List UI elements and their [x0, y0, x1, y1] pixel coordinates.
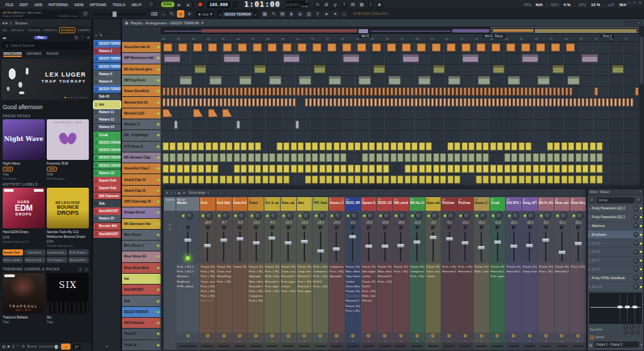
clip[interactable]: [411, 176, 418, 184]
clip[interactable]: [462, 153, 468, 161]
stereo-checkbox[interactable]: [351, 226, 355, 229]
clip[interactable]: [433, 176, 439, 184]
clip[interactable]: [521, 98, 523, 106]
clip[interactable]: [426, 165, 432, 173]
browser-tab-starred[interactable]: STARRED: [76, 28, 92, 33]
clip[interactable]: [540, 176, 546, 184]
plugin-entry[interactable]: Limiter: [426, 274, 441, 278]
plugin-entry[interactable]: Tape limiter: [346, 274, 360, 278]
clip[interactable]: [431, 87, 434, 96]
clip[interactable]: [183, 98, 186, 106]
clip[interactable]: [298, 43, 306, 51]
mixer-icon[interactable]: ≣: [296, 10, 304, 18]
heart-icon[interactable]: ♡: [16, 345, 20, 349]
clip[interactable]: [193, 109, 199, 117]
scroll-left-icon[interactable]: ‹: [78, 267, 83, 272]
strip-header[interactable]: 16PsiZone: [441, 197, 457, 211]
fader-handle[interactable]: [184, 239, 191, 242]
track-name-cell[interactable]: HouseGen Hat 02: [122, 42, 161, 53]
slot-mix-knob[interactable]: [633, 284, 639, 289]
clip[interactable]: [283, 176, 289, 184]
clip[interactable]: [198, 176, 204, 184]
strip-header[interactable]: 18House..2 43: [474, 197, 489, 211]
recent-files-icon[interactable]: ▤: [350, 1, 357, 8]
clip[interactable]: [397, 153, 403, 161]
rack-slot[interactable]: ▸Slot 8: [588, 266, 643, 274]
clip[interactable]: [319, 176, 325, 184]
plugin-entry[interactable]: Trans..essor: [426, 269, 441, 274]
clip[interactable]: [508, 98, 511, 106]
heart-icon[interactable]: ♡: [81, 35, 85, 40]
clip[interactable]: [497, 176, 503, 184]
strip-header[interactable]: 15+Hype..mbal: [426, 197, 441, 211]
pack-card[interactable]: FUTURISTIC RNBFuturistic RnBNEWR&BBeat B…: [47, 119, 89, 180]
pan-knob[interactable]: [205, 212, 213, 220]
clip[interactable]: [490, 142, 496, 150]
clip[interactable]: [191, 142, 197, 150]
strip-header[interactable]: 19Croak: [490, 197, 506, 211]
volume-fader[interactable]: [200, 230, 216, 263]
mixer-strip[interactable]: 15+Hype..mbal-2.4Param. EQ 2Trans..essor…: [426, 197, 441, 350]
rack-slot[interactable]: ▸Slot 6: [588, 248, 643, 257]
clip[interactable]: [205, 176, 212, 184]
close-icon[interactable]: ✕: [637, 20, 641, 25]
stereo-checkbox[interactable]: [576, 226, 580, 229]
rack-slot[interactable]: ▸Maximus: [588, 222, 643, 231]
plugin-entry[interactable]: Compressor: [249, 293, 263, 298]
clip[interactable]: [433, 65, 445, 73]
send-slot[interactable]: [522, 343, 538, 350]
stereo-checkbox[interactable]: [367, 226, 370, 229]
mixer-strip[interactable]: 23+Riser..atory-31.1Param. EQ 2Reeverb 2…: [555, 197, 570, 350]
playlist-titlebar[interactable]: ◆ Playlist - Arrangement - DEDZII TERROR…: [122, 19, 644, 27]
send-slot[interactable]: [570, 343, 586, 350]
minimize-icon[interactable]: –: [627, 1, 631, 5]
slot-mix-knob[interactable]: [633, 215, 639, 220]
clip[interactable]: [582, 98, 584, 106]
clip[interactable]: [338, 87, 340, 96]
pattern-item[interactable]: Croak: [94, 131, 121, 139]
label-chip[interactable]: Revealed Re...: [68, 257, 89, 263]
browser-panel-icon[interactable]: ▥: [305, 10, 313, 18]
clip[interactable]: [462, 165, 468, 173]
clip[interactable]: [370, 98, 373, 106]
clip[interactable]: [387, 43, 396, 51]
send-slot[interactable]: [506, 343, 521, 350]
clip[interactable]: [397, 142, 403, 150]
clip[interactable]: [376, 165, 382, 173]
browser-tab-plugins[interactable]: PLUGINS: [26, 28, 41, 33]
clip[interactable]: [383, 142, 389, 150]
clip[interactable]: [255, 165, 261, 173]
slot-mix-knob[interactable]: [633, 241, 639, 246]
eq-slider-handle[interactable]: [632, 306, 637, 308]
clip[interactable]: [314, 65, 325, 73]
mixer-strip[interactable]: MasterMasterFruit..c EQ 2Fruit..c EQ 2Ma…: [176, 197, 199, 350]
fx-enable-bulb-icon[interactable]: [254, 334, 258, 337]
clip[interactable]: [433, 165, 439, 173]
fx-enable-bulb-icon[interactable]: [383, 334, 386, 337]
clip[interactable]: [411, 153, 418, 161]
clip[interactable]: [411, 165, 418, 173]
app-logo-knob[interactable]: [148, 1, 155, 8]
plugin-entry[interactable]: Param. EQ 2: [523, 264, 537, 269]
clip[interactable]: [264, 98, 267, 106]
clip[interactable]: [262, 153, 268, 161]
plugin-entry[interactable]: Param. EQ 2: [539, 264, 553, 269]
help-icon[interactable]: ?: [341, 1, 348, 8]
volume-fader[interactable]: [281, 230, 296, 263]
mixer-strip[interactable]: 20Gdl SFX 2-20.2Param. EQ 2Reeverb 2▴: [506, 197, 521, 350]
pan-knob[interactable]: [238, 212, 245, 220]
fader-handle[interactable]: [397, 244, 404, 247]
fx-enable-bulb-icon[interactable]: [222, 334, 226, 337]
clip[interactable]: [199, 98, 202, 106]
clip[interactable]: [169, 153, 176, 161]
clip[interactable]: [547, 176, 553, 184]
clip[interactable]: [506, 43, 515, 51]
stereo-checkbox[interactable]: [560, 226, 563, 229]
clip[interactable]: [298, 153, 304, 161]
clip[interactable]: [547, 165, 553, 173]
clip[interactable]: [212, 176, 218, 184]
track-name-cell[interactable]: MA NorthernLights: [122, 64, 161, 75]
promo-banner[interactable]: LEX LUGER TRAP THERAPY: [1, 59, 90, 100]
browser-tab-project[interactable]: PROJECT: [9, 28, 26, 33]
plugin-entry[interactable]: Param. EQ 2: [201, 264, 215, 269]
